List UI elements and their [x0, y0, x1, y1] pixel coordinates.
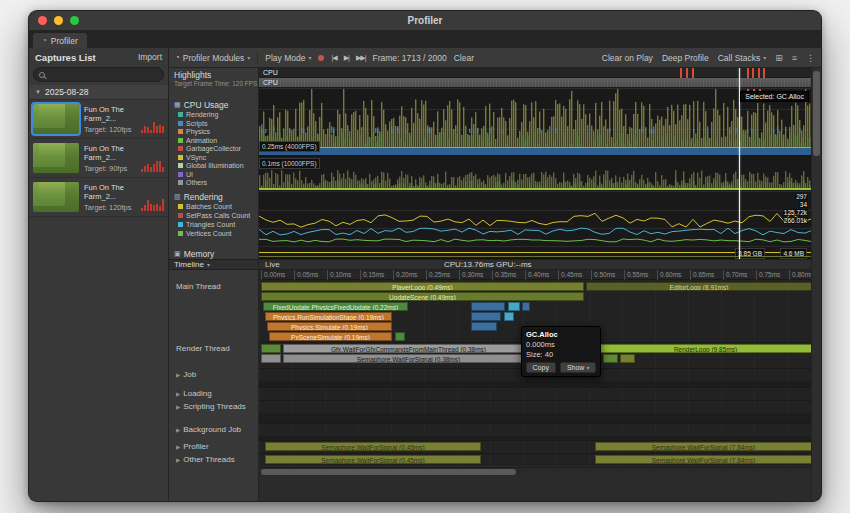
record-button[interactable] — [318, 55, 324, 61]
thread-label-job[interactable]: ▶Job — [176, 370, 196, 379]
tab-profiler[interactable]: ◔ Profiler — [33, 33, 87, 48]
timeline-bar[interactable] — [471, 302, 505, 311]
legend-item-physics[interactable]: Physics — [178, 128, 210, 135]
import-button[interactable]: Import — [138, 52, 162, 62]
module-highlights[interactable]: Highlights — [174, 70, 211, 80]
time-ruler[interactable]: 0.00ms0.05ms0.10ms0.15ms0.20ms0.25ms0.30… — [259, 270, 811, 280]
legend-item-garbagecollector[interactable]: GarbageCollector — [178, 145, 241, 152]
legend-item-global-illumination[interactable]: Global Illumination — [178, 162, 244, 169]
next-frame-button[interactable]: ▶| — [344, 54, 349, 62]
timeline-bar[interactable]: Physics.RunSimulationStage (0.19ms) — [265, 312, 392, 321]
legend-item-setpass-calls-count[interactable]: SetPass Calls Count — [178, 212, 250, 219]
timeline-bar[interactable] — [522, 302, 530, 311]
fold-arrow-icon[interactable]: ▶ — [176, 427, 180, 433]
timeline-bar[interactable] — [508, 302, 520, 311]
capture-sparkline — [141, 199, 164, 211]
clear-on-play-toggle[interactable]: Clear on Play — [602, 53, 653, 63]
timeline-bar[interactable] — [504, 312, 514, 321]
legend-item-others[interactable]: Others — [178, 179, 207, 186]
timeline-bar[interactable] — [395, 332, 405, 341]
timeline-bar[interactable]: UpdateScene (0.49ms) — [261, 292, 584, 301]
deep-profile-toggle[interactable]: Deep Profile — [662, 53, 709, 63]
rendering-chart[interactable]: 29734125.72k266.01k — [259, 192, 811, 246]
vertical-scrollbar-thumb[interactable] — [813, 71, 820, 156]
thread-label-main-thread[interactable]: Main Thread — [176, 282, 221, 291]
timeline-bar[interactable]: EditorLoop (8.91ms) — [586, 282, 811, 291]
frame-spike-tick — [686, 68, 688, 78]
list-view-icon[interactable]: ≡ — [792, 53, 797, 63]
timeline-bar[interactable]: RenderLoop (9.85ms) — [599, 344, 811, 353]
zoom-window-button[interactable] — [70, 16, 79, 25]
timeline-bar[interactable]: Physics.Simulate (0.19ms) — [267, 322, 392, 331]
legend-item-rendering[interactable]: Rendering — [178, 111, 218, 118]
timeline-bar[interactable] — [261, 344, 281, 353]
close-window-button[interactable] — [38, 16, 47, 25]
timeline-bar[interactable]: PxSceneSimulate (0.19ms) — [269, 332, 392, 341]
timeline-bar[interactable]: Gfx.WaitForGfxCommandsFromMainThread (0.… — [283, 344, 534, 353]
fold-arrow-icon[interactable]: ▶ — [176, 457, 180, 463]
profiler-modules-dropdown[interactable]: ◔ Profiler Modules ▾ — [175, 53, 250, 63]
horizontal-scrollbar-thumb[interactable] — [261, 469, 516, 475]
timeline-bar[interactable]: Semaphore.WaitForSignal (0.38ms) — [283, 354, 534, 363]
cpu-usage-chart[interactable]: 0.25ms (4000FPS) 0.1ms (10000FPS) — [259, 89, 811, 191]
play-mode-label: Play Mode — [265, 53, 305, 63]
vertical-scrollbar[interactable] — [811, 68, 821, 501]
timeline-bar[interactable] — [603, 354, 618, 363]
timeline-bar[interactable]: Semaphore.WaitForSignal (0.45ms) — [265, 442, 481, 451]
highlights-frame-strip[interactable]: CPU — [259, 68, 811, 78]
call-stacks-dropdown[interactable]: Call Stacks ▾ — [718, 53, 767, 63]
timeline-bar[interactable] — [471, 322, 497, 331]
capture-item[interactable]: Fun On The Farm_2...Target: 90fps — [29, 139, 168, 178]
live-indicator[interactable]: Live — [265, 260, 280, 270]
legend-item-animation[interactable]: Animation — [178, 137, 217, 144]
more-options-icon[interactable]: ⋮ — [806, 53, 815, 63]
capture-item[interactable]: Fun On The Farm_2...Target: 120fps — [29, 100, 168, 139]
thread-label-scripting-threads[interactable]: ▶Scripting Threads — [176, 402, 246, 411]
legend-item-ui[interactable]: UI — [178, 171, 193, 178]
horizontal-scrollbar[interactable] — [259, 467, 811, 476]
timeline-bar[interactable] — [471, 312, 501, 321]
clear-button[interactable]: Clear — [454, 53, 474, 63]
timeline-bar[interactable]: PlayerLoop (0.49ms) — [261, 282, 584, 291]
legend-item-vsync[interactable]: VSync — [178, 154, 206, 161]
capture-group-row[interactable]: ▼ 2025-08-28 — [29, 85, 168, 100]
minimize-window-button[interactable] — [54, 16, 63, 25]
legend-item-triangles-count[interactable]: Triangles Count — [178, 221, 235, 228]
timeline-bar[interactable]: Semaphore.WaitForSignal (0.45ms) — [265, 455, 481, 464]
fold-arrow-icon[interactable]: ▶ — [176, 372, 180, 378]
previous-frame-button[interactable]: |◀ — [331, 54, 336, 62]
legend-item-vertices-count[interactable]: Vertices Count — [178, 230, 232, 237]
current-frame-button[interactable]: ▶▶| — [356, 54, 366, 62]
disclosure-triangle-icon[interactable]: ▼ — [35, 89, 41, 95]
timeline-bar[interactable]: Semaphore.WaitForSignal (7.84ms) — [595, 455, 811, 464]
timeline-bar[interactable] — [261, 354, 281, 363]
copy-button[interactable]: Copy — [526, 362, 556, 373]
module-rendering[interactable]: ▥ Rendering — [174, 192, 223, 202]
cpu-summary-strip[interactable]: CPU — [259, 78, 811, 88]
thread-label-render-thread[interactable]: Render Thread — [176, 344, 230, 353]
module-memory[interactable]: ▣ Memory — [174, 249, 214, 259]
capture-item[interactable]: Fun On The Farm_2...Target: 120fps — [29, 178, 168, 217]
timeline-bar[interactable]: FixedUpdate.PhysicsFixedUpdate (0.22ms) — [263, 302, 408, 311]
thread-label-other-threads[interactable]: ▶Other Threads — [176, 455, 235, 464]
thread-label-profiler[interactable]: ▶Profiler — [176, 442, 209, 451]
fold-arrow-icon[interactable]: ▶ — [176, 404, 180, 410]
show-dropdown-button[interactable]: Show ▾ — [560, 362, 597, 373]
layout-grid-icon[interactable]: ⊞ — [775, 53, 783, 63]
timeline-threads[interactable]: GC.Alloc 0.000ms Size: 40 Copy Show ▾ — [259, 280, 811, 466]
memory-chart[interactable]: 3.85 GB 4.6 MB — [259, 247, 811, 259]
timeline-view-dropdown[interactable]: Timeline ▾ — [169, 259, 258, 270]
timeline-bar[interactable] — [620, 354, 635, 363]
fold-arrow-icon[interactable]: ▶ — [176, 444, 180, 450]
module-cpu-usage[interactable]: ▦ CPU Usage — [174, 100, 229, 110]
titlebar[interactable]: Profiler — [29, 11, 821, 31]
fold-arrow-icon[interactable]: ▶ — [176, 391, 180, 397]
thread-label-loading[interactable]: ▶Loading — [176, 389, 212, 398]
play-mode-dropdown[interactable]: Play Mode ▾ — [265, 53, 311, 63]
search-input[interactable] — [48, 70, 158, 79]
legend-item-batches-count[interactable]: Batches Count — [178, 203, 232, 210]
legend-item-scripts[interactable]: Scripts — [178, 120, 207, 127]
captures-search[interactable] — [33, 67, 164, 82]
thread-label-background-job[interactable]: ▶Background Job — [176, 425, 241, 434]
timeline-bar[interactable]: Semaphore.WaitForSignal (7.84ms) — [595, 442, 811, 451]
